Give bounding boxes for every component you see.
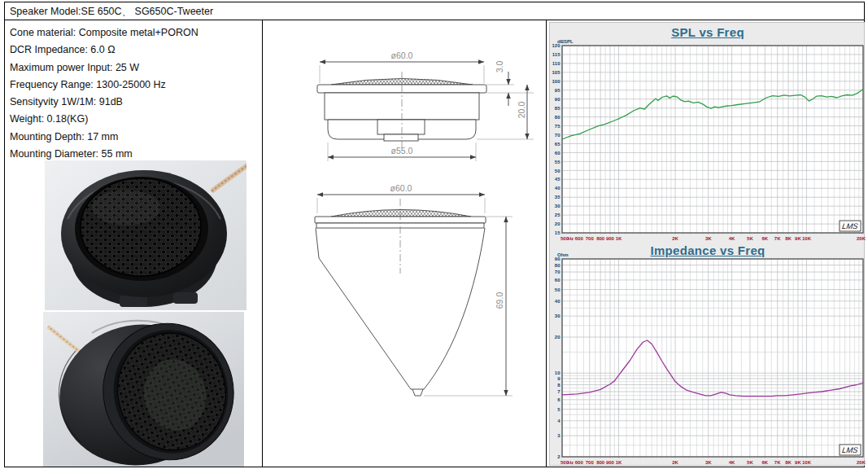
svg-text:Hz: Hz [568, 460, 574, 465]
spec-line-dcr-impedance: DCR Impedance: 6.0 Ω [10, 42, 254, 59]
svg-text:90: 90 [555, 97, 560, 102]
svg-text:75: 75 [555, 124, 560, 129]
svg-text:85: 85 [555, 106, 560, 111]
svg-text:65: 65 [555, 142, 560, 147]
svg-text:4K: 4K [729, 460, 735, 465]
svg-text:600: 600 [575, 460, 584, 465]
svg-text:40: 40 [555, 186, 560, 191]
datasheet-page: Speaker Model:SE 650C、 SG650C-Tweeter Co… [0, 0, 868, 469]
terminal-block [377, 120, 425, 134]
mounting-tab [173, 292, 198, 304]
cone-tip [411, 389, 424, 396]
svg-text:4: 4 [557, 419, 560, 423]
svg-text:6: 6 [557, 397, 560, 402]
svg-text:dBSPL: dBSPL [557, 39, 574, 44]
grille-sheen [92, 190, 160, 226]
svg-text:LMS: LMS [841, 221, 859, 230]
svg-text:70: 70 [555, 270, 560, 274]
dim-pod-diameter: ø60.0 [390, 183, 412, 193]
svg-text:10: 10 [555, 370, 560, 375]
svg-text:20: 20 [555, 221, 560, 226]
charts-panel: SPL vs Freq 1201151101051009590858075706… [549, 22, 865, 466]
svg-text:6K: 6K [761, 460, 768, 465]
svg-text:20K: 20K [857, 460, 866, 465]
svg-text:115: 115 [552, 52, 560, 57]
svg-text:2: 2 [557, 454, 560, 459]
svg-text:55: 55 [555, 160, 560, 164]
svg-text:3K: 3K [705, 460, 712, 465]
svg-text:95: 95 [555, 88, 560, 93]
dim-total-height: 20.0 [517, 102, 526, 119]
svg-text:60: 60 [555, 278, 560, 283]
technical-drawing: ø60.0 3.0 20.0 ø55.0 ø60.0 69.0 [264, 20, 547, 467]
product-photo-angled [43, 312, 244, 467]
impedance-chart-plot: 90807060504030201098765432500Hz600700800… [550, 241, 866, 467]
flat-mount-drawing [317, 62, 534, 161]
svg-text:70: 70 [555, 133, 560, 138]
svg-text:30: 30 [555, 204, 560, 208]
dim-pod-height: 69.0 [495, 292, 504, 309]
svg-text:105: 105 [552, 70, 560, 75]
pod-mount-drawing [315, 195, 513, 396]
svg-text:Ohm: Ohm [557, 252, 569, 257]
dim-top-diameter: ø60.0 [391, 50, 413, 60]
svg-text:700: 700 [586, 460, 595, 465]
spl-chart-plot: 1201151101051009590858075706560555045403… [550, 23, 866, 241]
svg-text:5: 5 [557, 407, 560, 412]
dim-flange-thickness: 3.0 [495, 61, 504, 73]
svg-text:7: 7 [557, 389, 560, 394]
dome-mesh [331, 210, 471, 217]
product-photo-front [45, 160, 246, 310]
svg-text:50: 50 [555, 169, 560, 173]
svg-text:7K: 7K [774, 460, 781, 465]
svg-text:9K: 9K [795, 460, 801, 465]
svg-text:8: 8 [557, 383, 560, 388]
spec-line-frequency-range: Frequency Range: 1300-25000 Hz [10, 77, 254, 94]
spec-line-sensitivity: Sensityvity 1W/1M: 91dB [10, 94, 254, 111]
svg-text:110: 110 [552, 61, 560, 66]
svg-text:90: 90 [555, 256, 560, 261]
svg-text:900: 900 [606, 460, 615, 465]
svg-text:120: 120 [552, 43, 560, 48]
mounting-tab [120, 296, 147, 307]
spl-chart: SPL vs Freq 1201151101051009590858075706… [550, 23, 866, 241]
svg-text:LMS: LMS [841, 445, 859, 454]
cone-right-edge [424, 228, 485, 389]
svg-text:30: 30 [555, 313, 560, 318]
svg-text:3: 3 [557, 433, 560, 438]
svg-text:8K: 8K [785, 460, 792, 465]
svg-text:10K: 10K [802, 460, 812, 465]
svg-text:50: 50 [555, 287, 560, 292]
svg-text:40: 40 [555, 299, 560, 304]
impedance-chart: Impedance vs Freq 9080706050403020109876… [550, 241, 866, 467]
spec-line-cone-material: Cone material: Composite metal+PORON [10, 24, 254, 42]
svg-text:100: 100 [552, 79, 560, 84]
svg-text:20: 20 [555, 335, 560, 340]
svg-text:25: 25 [555, 213, 560, 217]
svg-text:2K: 2K [672, 460, 678, 465]
svg-text:45: 45 [555, 177, 560, 182]
svg-text:80: 80 [555, 263, 560, 268]
svg-text:5K: 5K [747, 460, 753, 465]
dim-bottom-diameter: ø55.0 [391, 146, 413, 156]
svg-text:1K: 1K [616, 460, 622, 465]
spec-line-mounting-depth: Mounting Depth: 17 mm [10, 129, 254, 146]
header-row: Speaker Model:SE 650C、 SG650C-Tweeter [10, 5, 213, 19]
svg-text:15: 15 [555, 230, 560, 235]
svg-text:80: 80 [555, 115, 560, 120]
terminal-inner [384, 134, 418, 141]
column-divider-1 [262, 20, 263, 467]
spec-line-max-power: Maximum power Input: 25 W [10, 59, 254, 77]
svg-text:60: 60 [555, 151, 560, 156]
svg-text:800: 800 [596, 460, 605, 465]
cone-left-edge [316, 228, 411, 389]
spec-line-weight: Weight: 0.18(KG) [10, 111, 254, 128]
speaker-model-title: Speaker Model:SE 650C、 SG650C-Tweeter [10, 6, 213, 17]
svg-text:9: 9 [557, 376, 560, 381]
specs-list: Cone material: Composite metal+PORON DCR… [10, 24, 254, 163]
svg-text:35: 35 [555, 195, 560, 199]
